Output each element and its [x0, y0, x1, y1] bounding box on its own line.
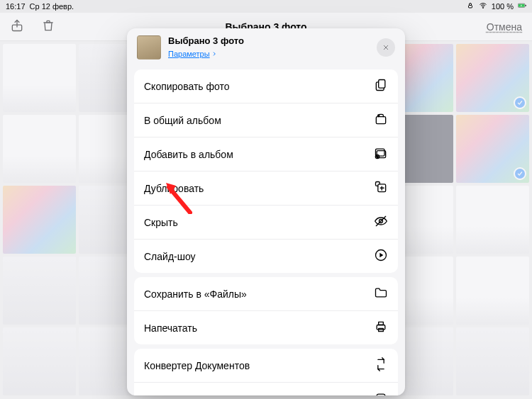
action-label: Combine Images: [144, 394, 219, 396]
action-duplicate[interactable]: Дублировать: [134, 171, 398, 205]
folder-icon: [374, 286, 388, 302]
share-preview-thumb: [137, 35, 161, 60]
action-hide[interactable]: Скрыть: [134, 205, 398, 239]
svg-point-1: [482, 8, 483, 9]
svg-rect-6: [379, 80, 385, 89]
action-shared-album[interactable]: В общий альбом: [134, 103, 398, 137]
action-label: Конвертер Документов: [144, 360, 250, 371]
action-slideshow[interactable]: Слайд-шоу: [134, 239, 398, 273]
action-doc-converter[interactable]: Конвертер Документов: [134, 349, 398, 382]
svg-rect-4: [526, 5, 526, 6]
share-options-link[interactable]: Параметры: [168, 50, 217, 59]
share-sheet-title: Выбрано 3 фото: [168, 35, 370, 47]
svg-rect-16: [379, 322, 384, 325]
orientation-lock-icon: [466, 1, 475, 11]
share-icon[interactable]: [10, 18, 24, 35]
status-date: Ср 12 февр.: [30, 2, 74, 11]
action-label: Напечатать: [144, 322, 197, 334]
share-sheet-header: Выбрано 3 фото Параметры: [127, 28, 405, 65]
play-circle-icon: [374, 248, 388, 264]
battery-percentage: 100 %: [492, 2, 514, 11]
albums-add-icon: [374, 146, 388, 162]
action-group: Сохранить в «Файлы»Напечатать: [134, 277, 398, 344]
action-group: Конвертер ДокументовCombine ImagesFile D…: [134, 349, 398, 395]
action-combine-images[interactable]: Combine Images: [134, 382, 398, 395]
copy-pages-icon: [374, 78, 388, 94]
action-label: Скопировать фото: [144, 81, 230, 92]
share-sheet: Выбрано 3 фото Параметры Скопировать фот…: [127, 28, 405, 395]
svg-point-8: [377, 114, 380, 117]
action-label: Добавить в альбом: [144, 149, 233, 160]
status-time: 16:17: [6, 2, 26, 11]
status-bar: 16:17 Ср 12 февр. 100 %: [0, 0, 532, 13]
battery-icon: [518, 1, 526, 11]
action-print[interactable]: Напечатать: [134, 310, 398, 344]
square-icon: [374, 391, 388, 395]
wifi-icon: [479, 1, 487, 11]
action-save-to-files[interactable]: Сохранить в «Файлы»: [134, 277, 398, 310]
action-copy-photo[interactable]: Скопировать фото: [134, 69, 398, 103]
action-label: Сохранить в «Файлы»: [144, 288, 247, 300]
trash-icon[interactable]: [41, 18, 55, 35]
svg-rect-0: [468, 6, 472, 9]
action-group: Скопировать фотоВ общий альбомДобавить в…: [134, 69, 398, 273]
svg-rect-18: [377, 394, 385, 395]
action-label: В общий альбом: [144, 115, 221, 126]
shared-album-icon: [374, 112, 388, 128]
svg-rect-7: [376, 117, 385, 124]
action-label: Скрыть: [144, 217, 178, 228]
action-add-to-album[interactable]: Добавить в альбом: [134, 137, 398, 171]
action-label: Слайд-шоу: [144, 251, 196, 262]
arrows-cycle-icon: [374, 357, 388, 373]
cancel-link[interactable]: Отмена: [487, 21, 522, 33]
eye-slash-icon: [374, 214, 388, 230]
duplicate-icon: [374, 180, 388, 196]
printer-icon: [374, 320, 388, 336]
action-label: Дублировать: [144, 183, 204, 194]
close-button[interactable]: [377, 38, 395, 57]
